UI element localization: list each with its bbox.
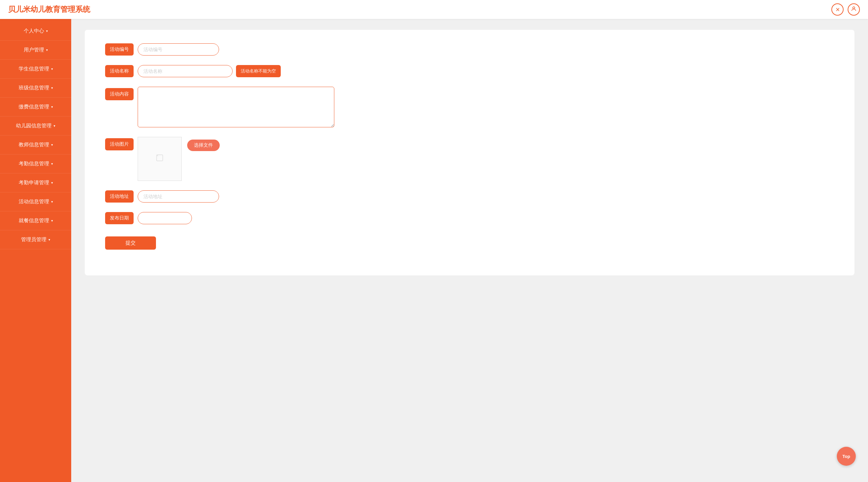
user-icon: [851, 6, 857, 13]
chevron-down-icon-11: ▾: [48, 238, 50, 242]
form-card: 活动编号 活动名称 活动名称不能为空 活动内容 活动图片: [85, 30, 854, 275]
activity-code-row: 活动编号: [105, 43, 834, 56]
activity-address-row: 活动地址: [105, 190, 834, 203]
broken-image-icon: [156, 154, 164, 164]
activity-code-label: 活动编号: [105, 43, 134, 56]
chevron-down-icon-3: ▾: [51, 86, 53, 90]
publish-date-input[interactable]: [138, 212, 192, 224]
sidebar-item-label: 管理员管理: [21, 236, 46, 243]
sidebar-item-teacher-info[interactable]: 教师信息管理 ▾: [0, 135, 71, 154]
submit-row: 提交: [105, 234, 834, 250]
activity-name-row: 活动名称 活动名称不能为空: [105, 65, 834, 77]
activity-name-error: 活动名称不能为空: [236, 65, 281, 77]
chevron-down-icon-10: ▾: [51, 219, 53, 223]
chevron-down-icon-1: ▾: [46, 48, 48, 52]
sidebar-item-label: 个人中心: [24, 28, 44, 34]
chevron-down-icon-9: ▾: [51, 200, 53, 204]
chevron-down-icon-7: ▾: [51, 162, 53, 166]
app-title: 贝儿米幼儿教育管理系统: [8, 4, 90, 15]
activity-name-input[interactable]: [138, 65, 233, 77]
sidebar: 个人中心 ▾ 用户管理 ▾ 学生信息管理 ▾ 班级信息管理 ▾ 缴费信息管理 ▾…: [0, 19, 71, 482]
sidebar-item-label: 就餐信息管理: [19, 217, 49, 224]
sidebar-item-label: 活动信息管理: [19, 198, 49, 205]
sidebar-item-label: 考勤申请管理: [19, 180, 49, 186]
file-select-button[interactable]: 选择文件: [187, 140, 220, 151]
sidebar-item-kindergarten-info[interactable]: 幼儿园信息管理 ▾: [0, 117, 71, 135]
sidebar-item-attendance-request[interactable]: 考勤申请管理 ▾: [0, 173, 71, 192]
close-icon: ✕: [835, 6, 840, 13]
close-button[interactable]: ✕: [831, 3, 844, 16]
user-button[interactable]: [848, 3, 860, 16]
publish-date-row: 发布日期: [105, 212, 834, 224]
svg-point-0: [853, 7, 855, 9]
sidebar-item-meal-info[interactable]: 就餐信息管理 ▾: [0, 211, 71, 230]
chevron-down-icon-2: ▾: [51, 67, 53, 71]
chevron-down-icon-4: ▾: [51, 105, 53, 109]
sidebar-item-personal-center[interactable]: 个人中心 ▾: [0, 22, 71, 41]
image-preview: [138, 137, 182, 181]
sidebar-item-label: 学生信息管理: [19, 66, 49, 72]
sidebar-item-label: 幼儿园信息管理: [16, 123, 52, 129]
header-icons: ✕: [831, 3, 860, 16]
publish-date-label: 发布日期: [105, 212, 134, 224]
activity-code-input[interactable]: [138, 43, 219, 56]
sidebar-item-activity-info[interactable]: 活动信息管理 ▾: [0, 192, 71, 211]
top-button[interactable]: Top: [837, 447, 856, 466]
sidebar-item-label: 用户管理: [24, 47, 44, 53]
chevron-down-icon-0: ▾: [46, 29, 48, 33]
activity-address-label: 活动地址: [105, 190, 134, 203]
sidebar-item-label: 缴费信息管理: [19, 104, 49, 110]
image-upload-area: 选择文件: [138, 137, 220, 181]
activity-image-row: 活动图片 选择文件: [105, 137, 834, 181]
main-content: 活动编号 活动名称 活动名称不能为空 活动内容 活动图片: [71, 19, 868, 482]
sidebar-item-attendance-info[interactable]: 考勤信息管理 ▾: [0, 154, 71, 173]
sidebar-item-fee-info[interactable]: 缴费信息管理 ▾: [0, 98, 71, 117]
sidebar-item-label: 班级信息管理: [19, 85, 49, 91]
sidebar-item-admin-management[interactable]: 管理员管理 ▾: [0, 230, 71, 249]
activity-address-input[interactable]: [138, 190, 219, 203]
sidebar-item-user-management[interactable]: 用户管理 ▾: [0, 41, 71, 60]
sidebar-item-label: 教师信息管理: [19, 142, 49, 148]
chevron-down-icon-5: ▾: [54, 124, 55, 128]
activity-content-label: 活动内容: [105, 88, 134, 100]
sidebar-item-student-info[interactable]: 学生信息管理 ▾: [0, 60, 71, 79]
activity-content-row: 活动内容: [105, 87, 834, 127]
activity-name-label: 活动名称: [105, 65, 134, 77]
chevron-down-icon-8: ▾: [51, 181, 53, 185]
submit-button[interactable]: 提交: [105, 236, 156, 250]
activity-image-label: 活动图片: [105, 138, 134, 150]
header: 贝儿米幼儿教育管理系统 ✕: [0, 0, 868, 19]
sidebar-item-class-info[interactable]: 班级信息管理 ▾: [0, 79, 71, 98]
chevron-down-icon-6: ▾: [51, 143, 53, 147]
activity-content-textarea[interactable]: [138, 87, 334, 127]
layout: 个人中心 ▾ 用户管理 ▾ 学生信息管理 ▾ 班级信息管理 ▾ 缴费信息管理 ▾…: [0, 19, 868, 482]
sidebar-item-label: 考勤信息管理: [19, 161, 49, 167]
